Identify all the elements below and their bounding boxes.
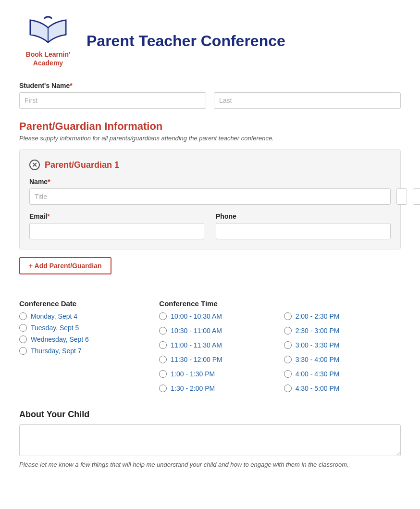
guardian-1-block: ✕ Parent/Guardian 1 Name* Email* Phone bbox=[19, 149, 401, 249]
student-last-name-input[interactable] bbox=[214, 92, 401, 109]
phone-label: Phone bbox=[216, 212, 391, 220]
conference-time-radio[interactable] bbox=[159, 312, 167, 320]
student-name-label: Student's Name* bbox=[19, 82, 401, 89]
guardian-title-input[interactable] bbox=[29, 188, 391, 205]
phone-column: Phone bbox=[216, 212, 391, 239]
conference-time-radio[interactable] bbox=[284, 341, 292, 349]
guardian-email-input[interactable] bbox=[29, 223, 204, 239]
book-icon bbox=[26, 14, 70, 48]
conference-time-radio[interactable] bbox=[284, 385, 292, 392]
conference-time-radio[interactable] bbox=[284, 356, 292, 363]
add-guardian-button[interactable]: + Add Parent/Guardian bbox=[19, 257, 111, 274]
conference-section: Conference Date Monday, Sept 4Tuesday, S… bbox=[19, 299, 401, 396]
conference-date-radio[interactable] bbox=[19, 347, 27, 355]
conference-time-option: 3:30 - 4:00 PM bbox=[284, 356, 401, 363]
conference-time-option: 2:30 - 3:00 PM bbox=[284, 327, 401, 335]
conference-time-label: Conference Time bbox=[159, 299, 401, 308]
student-name-section: Student's Name* bbox=[19, 82, 401, 109]
guardian-1-header: ✕ Parent/Guardian 1 bbox=[29, 160, 391, 170]
guardian-section-subtext: Please supply information for all parent… bbox=[19, 135, 401, 142]
conference-date-label: Conference Date bbox=[19, 299, 140, 308]
student-first-name-input[interactable] bbox=[19, 92, 206, 109]
conference-time-label-text[interactable]: 3:00 - 3:30 PM bbox=[296, 341, 340, 349]
conference-time-label-text[interactable]: 4:00 - 4:30 PM bbox=[296, 370, 340, 378]
conference-time-label-text[interactable]: 11:30 - 12:00 PM bbox=[171, 356, 222, 363]
conference-date-label-text[interactable]: Wednesday, Sept 6 bbox=[31, 335, 89, 343]
conference-time-radio[interactable] bbox=[284, 370, 292, 378]
conference-dates-column: Conference Date Monday, Sept 4Tuesday, S… bbox=[19, 299, 140, 396]
conference-date-radio[interactable] bbox=[19, 324, 27, 332]
conference-time-radio[interactable] bbox=[159, 385, 167, 392]
email-column: Email* bbox=[29, 212, 204, 239]
conference-date-label-text[interactable]: Tuesday, Sept 5 bbox=[31, 324, 79, 332]
conference-date-label-text[interactable]: Monday, Sept 4 bbox=[31, 312, 77, 320]
conference-dates-list: Monday, Sept 4Tuesday, Sept 5Wednesday, … bbox=[19, 312, 140, 355]
conference-time-label-text[interactable]: 1:30 - 2:00 PM bbox=[171, 385, 215, 392]
conference-time-label-text[interactable]: 11:00 - 11:30 AM bbox=[171, 341, 222, 349]
conference-time-radio[interactable] bbox=[284, 312, 292, 320]
about-child-textarea[interactable] bbox=[19, 424, 401, 456]
conference-time-label-text[interactable]: 3:30 - 4:00 PM bbox=[296, 356, 340, 363]
conference-time-option: 2:00 - 2:30 PM bbox=[284, 312, 401, 320]
conference-time-radio[interactable] bbox=[159, 356, 167, 363]
conference-date-option: Wednesday, Sept 6 bbox=[19, 335, 140, 343]
conference-times-grid: 10:00 - 10:30 AM2:00 - 2:30 PM10:30 - 11… bbox=[159, 312, 401, 396]
about-child-hint: Please let me know a few things that wil… bbox=[19, 461, 401, 468]
conference-time-radio[interactable] bbox=[159, 327, 167, 335]
logo-area: Book Learnin' Academy bbox=[19, 14, 77, 67]
about-child-heading: About Your Child bbox=[19, 410, 401, 420]
conference-date-radio[interactable] bbox=[19, 312, 27, 320]
conference-time-option: 1:00 - 1:30 PM bbox=[159, 370, 276, 378]
email-label: Email* bbox=[29, 212, 204, 220]
email-phone-row: Email* Phone bbox=[29, 212, 391, 239]
conference-date-option: Tuesday, Sept 5 bbox=[19, 324, 140, 332]
conference-time-option: 4:30 - 5:00 PM bbox=[284, 385, 401, 392]
guardian-first-name-input[interactable] bbox=[396, 188, 407, 205]
guardian-info-section: Parent/Guardian Information Please suppl… bbox=[19, 120, 401, 288]
guardian-1-title: Parent/Guardian 1 bbox=[45, 160, 119, 170]
conference-time-radio[interactable] bbox=[159, 370, 167, 378]
guardian-name-row bbox=[29, 188, 391, 205]
conference-time-option: 1:30 - 2:00 PM bbox=[159, 385, 276, 392]
student-name-row bbox=[19, 92, 401, 109]
conference-time-option: 4:00 - 4:30 PM bbox=[284, 370, 401, 378]
conference-time-radio[interactable] bbox=[284, 327, 292, 335]
conference-date-option: Thursday, Sept 7 bbox=[19, 347, 140, 355]
conference-time-label-text[interactable]: 1:00 - 1:30 PM bbox=[171, 370, 215, 378]
conference-date-label-text[interactable]: Thursday, Sept 7 bbox=[31, 347, 82, 355]
conference-time-radio[interactable] bbox=[159, 341, 167, 349]
conference-date-option: Monday, Sept 4 bbox=[19, 312, 140, 320]
conference-time-option: 10:30 - 11:00 AM bbox=[159, 327, 276, 335]
guardian-section-heading: Parent/Guardian Information bbox=[19, 120, 401, 133]
conference-time-option: 11:00 - 11:30 AM bbox=[159, 341, 276, 349]
remove-guardian-1-button[interactable]: ✕ bbox=[29, 160, 40, 170]
conference-date-radio[interactable] bbox=[19, 335, 27, 343]
guardian-phone-input[interactable] bbox=[216, 223, 391, 239]
guardian-last-name-input[interactable] bbox=[413, 188, 420, 205]
about-child-section: About Your Child Please let me know a fe… bbox=[19, 410, 401, 468]
page-title: Parent Teacher Conference bbox=[86, 32, 285, 50]
conference-time-label-text[interactable]: 2:30 - 3:00 PM bbox=[296, 327, 340, 335]
conference-time-label-text[interactable]: 2:00 - 2:30 PM bbox=[296, 312, 340, 320]
conference-time-option: 3:00 - 3:30 PM bbox=[284, 341, 401, 349]
conference-time-label-text[interactable]: 4:30 - 5:00 PM bbox=[296, 385, 340, 392]
conference-time-label-text[interactable]: 10:00 - 10:30 AM bbox=[171, 312, 222, 320]
header: Book Learnin' Academy Parent Teacher Con… bbox=[19, 14, 401, 67]
conference-time-option: 10:00 - 10:30 AM bbox=[159, 312, 276, 320]
conference-time-option: 11:30 - 12:00 PM bbox=[159, 356, 276, 363]
conference-time-label-text[interactable]: 10:30 - 11:00 AM bbox=[171, 327, 222, 335]
conference-times-column: Conference Time 10:00 - 10:30 AM2:00 - 2… bbox=[159, 299, 401, 396]
logo-text: Book Learnin' Academy bbox=[26, 50, 71, 67]
guardian-name-label: Name* bbox=[29, 178, 391, 186]
